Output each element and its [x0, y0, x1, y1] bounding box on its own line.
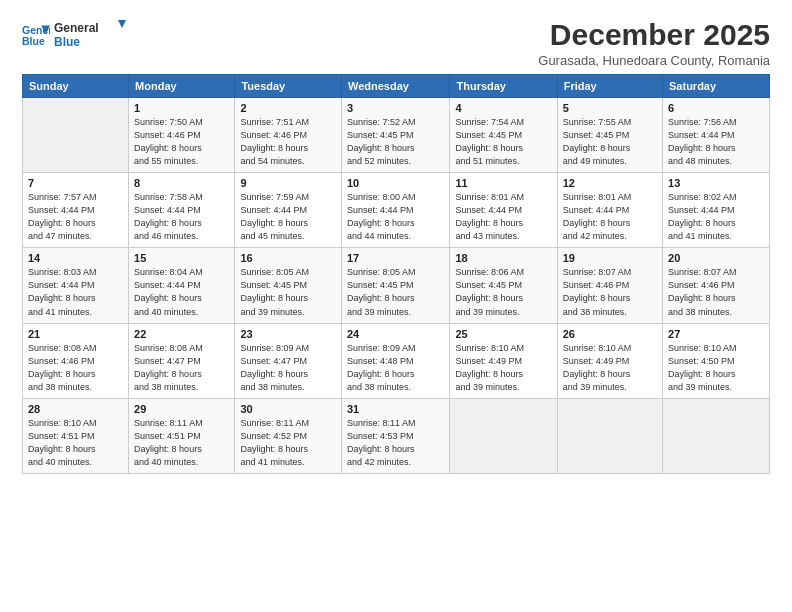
day-info: Sunrise: 8:01 AMSunset: 4:44 PMDaylight:…: [563, 191, 657, 243]
header-day-friday: Friday: [557, 75, 662, 98]
day-number: 14: [28, 252, 123, 264]
day-number: 21: [28, 328, 123, 340]
header-day-thursday: Thursday: [450, 75, 557, 98]
day-info: Sunrise: 8:11 AMSunset: 4:51 PMDaylight:…: [134, 417, 229, 469]
calendar-cell: 4Sunrise: 7:54 AMSunset: 4:45 PMDaylight…: [450, 98, 557, 173]
day-info: Sunrise: 7:57 AMSunset: 4:44 PMDaylight:…: [28, 191, 123, 243]
day-number: 13: [668, 177, 764, 189]
day-number: 18: [455, 252, 551, 264]
day-info: Sunrise: 8:03 AMSunset: 4:44 PMDaylight:…: [28, 266, 123, 318]
calendar-cell: 26Sunrise: 8:10 AMSunset: 4:49 PMDayligh…: [557, 323, 662, 398]
calendar-cell: 15Sunrise: 8:04 AMSunset: 4:44 PMDayligh…: [129, 248, 235, 323]
svg-text:Blue: Blue: [22, 35, 45, 47]
day-number: 16: [240, 252, 336, 264]
calendar-cell: 14Sunrise: 8:03 AMSunset: 4:44 PMDayligh…: [23, 248, 129, 323]
day-number: 24: [347, 328, 445, 340]
logo: General Blue General Blue: [22, 18, 134, 54]
day-number: 3: [347, 102, 445, 114]
calendar-cell: 1Sunrise: 7:50 AMSunset: 4:46 PMDaylight…: [129, 98, 235, 173]
calendar-cell: 3Sunrise: 7:52 AMSunset: 4:45 PMDaylight…: [341, 98, 450, 173]
calendar-cell: 12Sunrise: 8:01 AMSunset: 4:44 PMDayligh…: [557, 173, 662, 248]
calendar-cell: 30Sunrise: 8:11 AMSunset: 4:52 PMDayligh…: [235, 398, 342, 473]
calendar-cell: [23, 98, 129, 173]
day-number: 15: [134, 252, 229, 264]
calendar-cell: [663, 398, 770, 473]
day-number: 28: [28, 403, 123, 415]
day-number: 27: [668, 328, 764, 340]
day-info: Sunrise: 8:05 AMSunset: 4:45 PMDaylight:…: [347, 266, 445, 318]
calendar-cell: 27Sunrise: 8:10 AMSunset: 4:50 PMDayligh…: [663, 323, 770, 398]
calendar-cell: 8Sunrise: 7:58 AMSunset: 4:44 PMDaylight…: [129, 173, 235, 248]
day-number: 19: [563, 252, 657, 264]
day-info: Sunrise: 8:07 AMSunset: 4:46 PMDaylight:…: [563, 266, 657, 318]
day-info: Sunrise: 8:10 AMSunset: 4:51 PMDaylight:…: [28, 417, 123, 469]
calendar-cell: 18Sunrise: 8:06 AMSunset: 4:45 PMDayligh…: [450, 248, 557, 323]
day-info: Sunrise: 7:56 AMSunset: 4:44 PMDaylight:…: [668, 116, 764, 168]
day-info: Sunrise: 8:09 AMSunset: 4:47 PMDaylight:…: [240, 342, 336, 394]
day-info: Sunrise: 8:08 AMSunset: 4:47 PMDaylight:…: [134, 342, 229, 394]
svg-text:General: General: [54, 21, 99, 35]
calendar-cell: 23Sunrise: 8:09 AMSunset: 4:47 PMDayligh…: [235, 323, 342, 398]
header: General Blue General Blue December 2025 …: [22, 18, 770, 68]
day-number: 4: [455, 102, 551, 114]
calendar-cell: 29Sunrise: 8:11 AMSunset: 4:51 PMDayligh…: [129, 398, 235, 473]
header-day-sunday: Sunday: [23, 75, 129, 98]
day-number: 1: [134, 102, 229, 114]
calendar-cell: [450, 398, 557, 473]
calendar-cell: 13Sunrise: 8:02 AMSunset: 4:44 PMDayligh…: [663, 173, 770, 248]
svg-text:Blue: Blue: [54, 35, 80, 49]
calendar-cell: 19Sunrise: 8:07 AMSunset: 4:46 PMDayligh…: [557, 248, 662, 323]
day-info: Sunrise: 7:54 AMSunset: 4:45 PMDaylight:…: [455, 116, 551, 168]
day-number: 6: [668, 102, 764, 114]
day-number: 2: [240, 102, 336, 114]
day-number: 5: [563, 102, 657, 114]
day-info: Sunrise: 7:59 AMSunset: 4:44 PMDaylight:…: [240, 191, 336, 243]
day-number: 9: [240, 177, 336, 189]
day-info: Sunrise: 7:55 AMSunset: 4:45 PMDaylight:…: [563, 116, 657, 168]
day-number: 10: [347, 177, 445, 189]
day-number: 7: [28, 177, 123, 189]
logo-svg: General Blue: [54, 18, 134, 50]
calendar-cell: 11Sunrise: 8:01 AMSunset: 4:44 PMDayligh…: [450, 173, 557, 248]
title-block: December 2025 Gurasada, Hunedoara County…: [538, 18, 770, 68]
day-info: Sunrise: 8:11 AMSunset: 4:52 PMDaylight:…: [240, 417, 336, 469]
calendar-cell: 5Sunrise: 7:55 AMSunset: 4:45 PMDaylight…: [557, 98, 662, 173]
day-number: 8: [134, 177, 229, 189]
header-day-monday: Monday: [129, 75, 235, 98]
calendar-cell: 22Sunrise: 8:08 AMSunset: 4:47 PMDayligh…: [129, 323, 235, 398]
day-info: Sunrise: 7:51 AMSunset: 4:46 PMDaylight:…: [240, 116, 336, 168]
day-number: 22: [134, 328, 229, 340]
calendar-week-5: 28Sunrise: 8:10 AMSunset: 4:51 PMDayligh…: [23, 398, 770, 473]
day-info: Sunrise: 8:10 AMSunset: 4:50 PMDaylight:…: [668, 342, 764, 394]
calendar-cell: 21Sunrise: 8:08 AMSunset: 4:46 PMDayligh…: [23, 323, 129, 398]
day-info: Sunrise: 8:08 AMSunset: 4:46 PMDaylight:…: [28, 342, 123, 394]
day-info: Sunrise: 7:58 AMSunset: 4:44 PMDaylight:…: [134, 191, 229, 243]
day-number: 29: [134, 403, 229, 415]
calendar-cell: 9Sunrise: 7:59 AMSunset: 4:44 PMDaylight…: [235, 173, 342, 248]
day-info: Sunrise: 8:10 AMSunset: 4:49 PMDaylight:…: [455, 342, 551, 394]
day-info: Sunrise: 8:10 AMSunset: 4:49 PMDaylight:…: [563, 342, 657, 394]
day-info: Sunrise: 8:11 AMSunset: 4:53 PMDaylight:…: [347, 417, 445, 469]
calendar-cell: [557, 398, 662, 473]
day-number: 20: [668, 252, 764, 264]
header-day-saturday: Saturday: [663, 75, 770, 98]
calendar-cell: 20Sunrise: 8:07 AMSunset: 4:46 PMDayligh…: [663, 248, 770, 323]
day-number: 30: [240, 403, 336, 415]
calendar-cell: 6Sunrise: 7:56 AMSunset: 4:44 PMDaylight…: [663, 98, 770, 173]
calendar-cell: 16Sunrise: 8:05 AMSunset: 4:45 PMDayligh…: [235, 248, 342, 323]
svg-marker-4: [118, 20, 126, 28]
day-number: 23: [240, 328, 336, 340]
day-number: 26: [563, 328, 657, 340]
day-info: Sunrise: 8:09 AMSunset: 4:48 PMDaylight:…: [347, 342, 445, 394]
day-info: Sunrise: 8:04 AMSunset: 4:44 PMDaylight:…: [134, 266, 229, 318]
calendar-week-4: 21Sunrise: 8:08 AMSunset: 4:46 PMDayligh…: [23, 323, 770, 398]
logo-icon: General Blue: [22, 22, 50, 50]
calendar-cell: 28Sunrise: 8:10 AMSunset: 4:51 PMDayligh…: [23, 398, 129, 473]
day-number: 17: [347, 252, 445, 264]
day-info: Sunrise: 8:06 AMSunset: 4:45 PMDaylight:…: [455, 266, 551, 318]
day-info: Sunrise: 8:07 AMSunset: 4:46 PMDaylight:…: [668, 266, 764, 318]
day-info: Sunrise: 8:01 AMSunset: 4:44 PMDaylight:…: [455, 191, 551, 243]
day-info: Sunrise: 8:02 AMSunset: 4:44 PMDaylight:…: [668, 191, 764, 243]
calendar-table: SundayMondayTuesdayWednesdayThursdayFrid…: [22, 74, 770, 474]
header-day-tuesday: Tuesday: [235, 75, 342, 98]
